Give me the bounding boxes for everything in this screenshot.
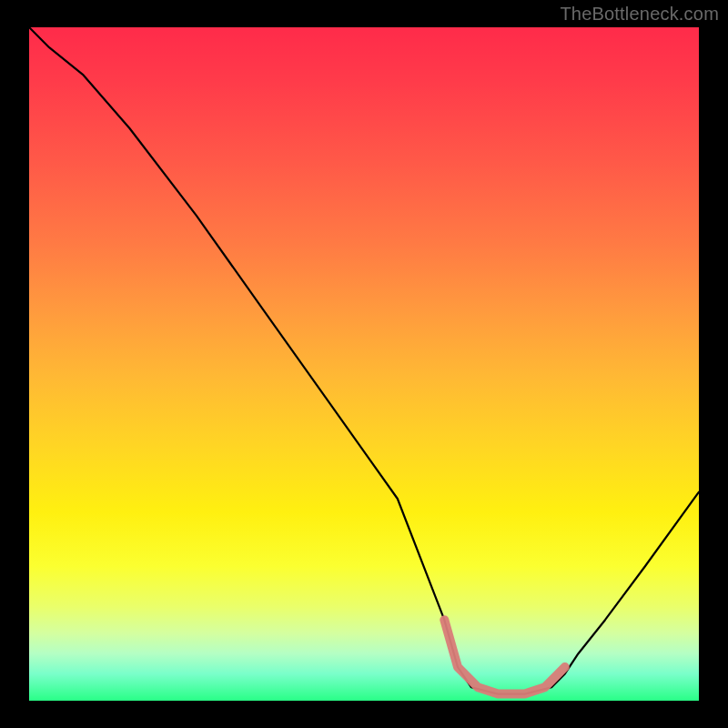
plot-area <box>29 27 699 701</box>
optimal-range-highlight <box>444 620 565 693</box>
watermark-text: TheBottleneck.com <box>560 4 719 25</box>
bottleneck-curve <box>29 27 699 694</box>
curve-svg <box>29 27 699 701</box>
chart-frame: TheBottleneck.com <box>0 0 728 728</box>
